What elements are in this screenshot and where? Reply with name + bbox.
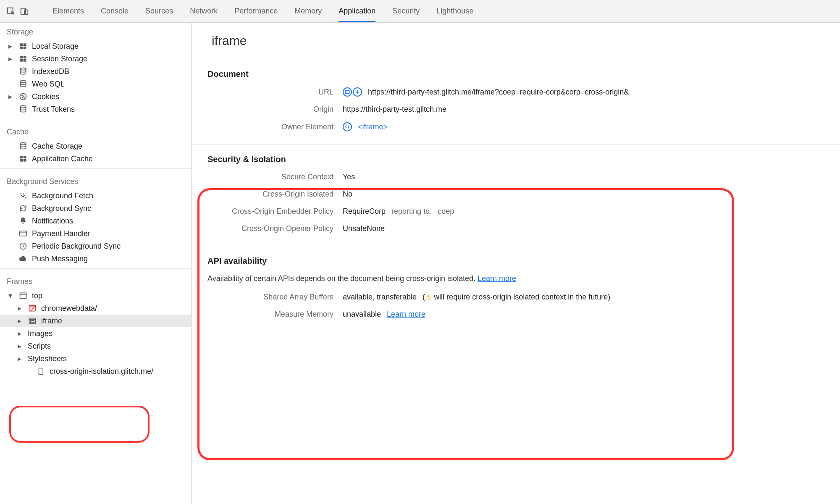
sidebar-item-chromewebdata[interactable]: ▸ chromewebdata/ (0, 302, 191, 315)
owner-element-link[interactable]: <iframe> (358, 123, 388, 131)
sidebar-divider (0, 119, 191, 119)
svg-point-15 (24, 96, 24, 97)
svg-rect-24 (20, 231, 27, 236)
sidebar-item-label: Application Cache (32, 155, 93, 163)
section-security: Security & Isolation Secure Context Yes … (192, 144, 840, 246)
label-secure-context: Secure Context (207, 173, 333, 181)
section-api-availability: API availability Availability of certain… (192, 246, 840, 331)
sidebar-item-label: Background Sync (32, 204, 91, 213)
clock-icon (18, 242, 28, 251)
label-measure-memory: Measure Memory (207, 310, 333, 319)
document-icon (36, 367, 45, 376)
tab-performance[interactable]: Performance (234, 0, 278, 22)
svg-rect-9 (20, 59, 23, 62)
value-secure-context: Yes (343, 173, 355, 181)
sidebar-item-label: Cache Storage (32, 142, 82, 151)
section-document: Document URL https://third-party-test.gl… (192, 59, 840, 144)
sidebar-item-frame-top[interactable]: ▾ top (0, 289, 191, 302)
sidebar-item-label: Scripts (28, 342, 51, 351)
sidebar-item-push-messaging[interactable]: ▸ Push Messaging (0, 252, 191, 265)
content-title: iframe (192, 23, 840, 59)
chevron-right-icon: ▸ (18, 329, 24, 338)
tab-lighthouse[interactable]: Lighthouse (436, 0, 473, 22)
reveal-icon[interactable] (343, 87, 352, 97)
application-sidebar[interactable]: Storage ▸ Local Storage ▸ Session Storag… (0, 23, 192, 504)
devtools-tabs: Elements Console Sources Network Perform… (52, 0, 473, 22)
database-icon (18, 67, 28, 76)
sidebar-section-storage: Storage (0, 23, 191, 40)
sidebar-item-application-cache[interactable]: ▸ Application Cache (0, 152, 191, 165)
sidebar-item-websql[interactable]: ▸ Web SQL (0, 78, 191, 90)
tab-memory[interactable]: Memory (294, 0, 322, 22)
api-description: Availability of certain APIs depends on … (207, 274, 475, 283)
label-origin: Origin (207, 105, 333, 114)
sidebar-item-background-sync[interactable]: ▸ Background Sync (0, 202, 191, 215)
svg-point-16 (22, 97, 23, 98)
frame-detail-panel: iframe Document URL https://third-party-… (192, 23, 840, 504)
sidebar-item-label: Trust Tokens (32, 105, 75, 114)
chevron-right-icon: ▸ (8, 92, 14, 101)
label-shared-array-buffers: Shared Array Buffers (207, 293, 333, 302)
tab-security[interactable]: Security (392, 0, 420, 22)
svg-point-18 (20, 106, 26, 108)
svg-rect-6 (24, 47, 26, 49)
sidebar-item-cache-storage[interactable]: ▸ Cache Storage (0, 140, 191, 152)
chevron-right-icon: ▸ (8, 42, 14, 51)
svg-rect-30 (346, 90, 349, 94)
blocked-frame-icon (28, 304, 37, 313)
sidebar-item-label: Notifications (32, 217, 73, 226)
storage-icon (18, 42, 28, 51)
sidebar-item-local-storage[interactable]: ▸ Local Storage (0, 40, 191, 52)
sidebar-section-frames: Frames (0, 272, 191, 289)
tab-sources[interactable]: Sources (145, 0, 173, 22)
tab-elements[interactable]: Elements (52, 0, 84, 22)
sidebar-item-cookies[interactable]: ▸ Cookies (0, 90, 191, 103)
sidebar-item-images[interactable]: ▸ Images (0, 327, 191, 340)
sidebar-item-iframe[interactable]: ▸ iframe (0, 315, 191, 327)
learn-more-link[interactable]: Learn more (478, 274, 516, 283)
sidebar-item-label: Background Fetch (32, 192, 93, 200)
sidebar-item-label: iframe (41, 317, 62, 326)
sidebar-item-indexeddb[interactable]: ▸ IndexedDB (0, 65, 191, 78)
tab-console[interactable]: Console (101, 0, 129, 22)
sidebar-divider (0, 268, 191, 269)
tab-network[interactable]: Network (190, 0, 218, 22)
value-reporting-to: coep (438, 207, 454, 216)
sidebar-item-payment-handler[interactable]: ▸ Payment Handler (0, 227, 191, 240)
sab-warning-text: will require cross-origin isolated conte… (434, 293, 610, 301)
database-icon (18, 142, 28, 151)
sidebar-item-background-fetch[interactable]: ▸ Background Fetch (0, 189, 191, 202)
svg-rect-3 (20, 43, 23, 46)
inspect-icon[interactable] (6, 6, 16, 16)
fetch-icon (18, 191, 28, 200)
sidebar-item-label: Web SQL (32, 80, 65, 89)
sidebar-item-label: Cookies (32, 92, 59, 101)
sidebar-item-session-storage[interactable]: ▸ Session Storage (0, 52, 191, 65)
url-action-icons[interactable] (343, 87, 362, 97)
sidebar-item-frame-leaf[interactable]: ▸ cross-origin-isolation.glitch.me/ (0, 365, 191, 378)
sidebar-item-label: Stylesheets (28, 354, 67, 363)
learn-more-link[interactable]: Learn more (387, 310, 425, 319)
svg-point-17 (24, 98, 25, 99)
chevron-right-icon: ▸ (18, 316, 24, 326)
sidebar-item-scripts[interactable]: ▸ Scripts (0, 340, 191, 352)
value-cross-origin-isolated: No (343, 190, 352, 199)
sidebar-item-label: chromewebdata/ (41, 304, 97, 313)
sidebar-item-notifications[interactable]: ▸ Notifications (0, 215, 191, 227)
value-shared-array-buffers: available, transferable (343, 293, 417, 302)
sidebar-item-label: top (32, 291, 42, 300)
sidebar-item-periodic-sync[interactable]: ▸ Periodic Background Sync (0, 240, 191, 252)
sidebar-section-background: Background Services (0, 172, 191, 189)
devtools-toolbar: Elements Console Sources Network Perform… (0, 0, 840, 23)
card-icon (18, 229, 28, 238)
cloud-icon (18, 254, 28, 263)
label-reporting-to: reporting to: (391, 207, 432, 216)
download-icon[interactable] (353, 87, 362, 97)
sidebar-item-trust-tokens[interactable]: ▸ Trust Tokens (0, 103, 191, 116)
code-icon[interactable] (343, 122, 352, 131)
tab-application[interactable]: Application (339, 0, 375, 22)
svg-rect-20 (20, 156, 23, 158)
value-measure-memory: unavailable (343, 310, 381, 319)
device-toggle-icon[interactable] (19, 6, 29, 16)
sidebar-item-stylesheets[interactable]: ▸ Stylesheets (0, 352, 191, 365)
